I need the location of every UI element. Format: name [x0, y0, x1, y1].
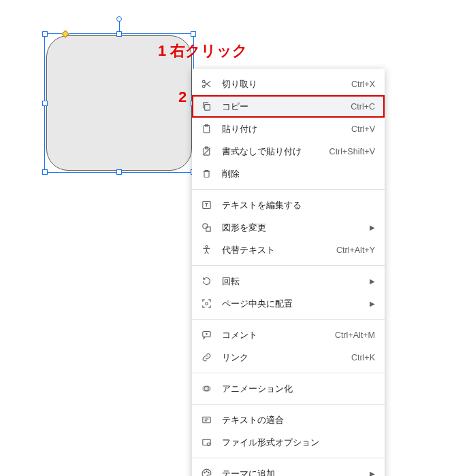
svg-point-14	[206, 245, 208, 248]
menu-item-format-options[interactable]: ファイル形式オプション	[192, 431, 385, 454]
svg-rect-22	[202, 417, 210, 423]
menu-separator	[192, 373, 385, 373]
editor-canvas[interactable]: 1 右クリック 2 切り取り Ctrl+X コピー Ctrl+C 貼り付け Ct…	[0, 0, 452, 476]
menu-item-link[interactable]: リンク Ctrl+K	[192, 346, 385, 369]
center-focus-icon	[200, 298, 212, 310]
annotation-step1-text: 右クリック	[170, 42, 248, 59]
menu-item-center-page[interactable]: ページ中央に配置 ▶	[192, 292, 385, 315]
link-icon	[200, 352, 212, 364]
resize-handle-tr[interactable]	[191, 31, 196, 37]
menu-label: ページ中央に配置	[222, 298, 364, 310]
annotation-step2: 2	[178, 88, 187, 106]
resize-handle-tm[interactable]	[116, 31, 122, 37]
accessibility-icon	[200, 244, 212, 256]
menu-shortcut: Ctrl+X	[351, 80, 375, 89]
annotation-step2-number: 2	[178, 88, 187, 105]
menu-item-edit-text[interactable]: テキストを編集する	[192, 194, 385, 216]
menu-label: テキストを編集する	[222, 199, 375, 211]
menu-label: 削除	[222, 168, 375, 180]
resize-handle-ml[interactable]	[42, 101, 48, 106]
text-box-icon	[200, 199, 212, 211]
submenu-arrow-icon: ▶	[370, 300, 375, 307]
palette-icon	[200, 468, 212, 477]
menu-label: 貼り付け	[222, 123, 351, 135]
menu-item-add-theme[interactable]: テーマに追加 ▶	[192, 462, 385, 476]
fit-text-icon	[200, 414, 212, 426]
menu-separator	[192, 458, 385, 458]
menu-label: コメント	[222, 329, 335, 341]
trash-icon	[200, 168, 212, 180]
animation-icon	[200, 383, 212, 395]
menu-item-comment[interactable]: コメント Ctrl+Alt+M	[192, 324, 385, 346]
submenu-arrow-icon: ▶	[370, 277, 375, 285]
menu-shortcut: Ctrl+V	[351, 124, 375, 134]
clipboard-icon	[200, 123, 212, 135]
svg-point-25	[204, 472, 204, 473]
svg-point-15	[205, 303, 208, 305]
svg-point-26	[206, 471, 206, 471]
menu-shortcut: Ctrl+Alt+Y	[336, 245, 375, 255]
format-options-icon	[200, 437, 212, 449]
submenu-arrow-icon: ▶	[370, 470, 375, 476]
annotation-step1: 1 右クリック	[158, 41, 248, 61]
shapes-icon	[200, 222, 212, 234]
menu-item-alt-text[interactable]: 代替テキスト Ctrl+Alt+Y	[192, 239, 385, 261]
menu-shortcut: Ctrl+K	[351, 353, 375, 362]
menu-separator	[192, 404, 385, 405]
menu-shortcut: Ctrl+Shift+V	[329, 147, 375, 156]
svg-point-27	[208, 472, 208, 473]
menu-item-rotate[interactable]: 回転 ▶	[192, 270, 385, 292]
menu-label: アニメーション化	[222, 383, 375, 395]
menu-label: コピー	[222, 101, 351, 113]
menu-label: ファイル形式オプション	[222, 437, 375, 449]
menu-item-paste[interactable]: 貼り付け Ctrl+V	[192, 118, 385, 140]
menu-item-cut[interactable]: 切り取り Ctrl+X	[192, 73, 385, 95]
menu-label: 切り取り	[222, 78, 351, 90]
svg-point-12	[202, 224, 207, 228]
menu-label: リンク	[222, 352, 351, 364]
menu-label: 図形を変更	[222, 222, 364, 234]
menu-label: テキストの適合	[222, 414, 375, 426]
scissors-icon	[200, 78, 212, 90]
rotation-stem	[119, 20, 120, 31]
svg-point-0	[202, 80, 205, 83]
menu-separator	[192, 265, 385, 266]
resize-handle-bl[interactable]	[42, 169, 48, 175]
menu-separator	[192, 319, 385, 320]
menu-item-delete[interactable]: 削除	[192, 163, 385, 185]
menu-item-copy[interactable]: コピー Ctrl+C	[192, 95, 385, 118]
context-menu: 切り取り Ctrl+X コピー Ctrl+C 貼り付け Ctrl+V 書式なしで…	[192, 69, 385, 476]
menu-separator	[192, 189, 385, 190]
menu-item-animate[interactable]: アニメーション化	[192, 377, 385, 400]
svg-rect-10	[204, 171, 208, 177]
menu-label: テーマに追加	[222, 468, 364, 477]
resize-handle-tl[interactable]	[42, 31, 48, 37]
submenu-arrow-icon: ▶	[370, 224, 375, 231]
copy-icon	[200, 101, 212, 113]
svg-rect-4	[204, 105, 210, 111]
svg-point-1	[202, 85, 205, 88]
rotate-icon	[200, 275, 212, 288]
menu-label: 回転	[222, 275, 364, 288]
menu-shortcut: Ctrl+C	[351, 102, 375, 112]
svg-line-9	[203, 148, 210, 155]
menu-label: 書式なしで貼り付け	[222, 146, 329, 158]
rotation-handle[interactable]	[116, 16, 122, 22]
comment-icon	[200, 329, 212, 341]
menu-label: 代替テキスト	[222, 244, 336, 256]
resize-handle-bm[interactable]	[116, 169, 122, 175]
menu-item-paste-unformatted[interactable]: 書式なしで貼り付け Ctrl+Shift+V	[192, 140, 385, 163]
menu-item-fit-text[interactable]: テキストの適合	[192, 409, 385, 431]
svg-rect-23	[202, 439, 210, 445]
menu-item-change-shape[interactable]: 図形を変更 ▶	[192, 216, 385, 239]
clipboard-strike-icon	[200, 146, 212, 158]
menu-shortcut: Ctrl+Alt+M	[335, 330, 375, 340]
annotation-step1-number: 1	[158, 42, 166, 59]
